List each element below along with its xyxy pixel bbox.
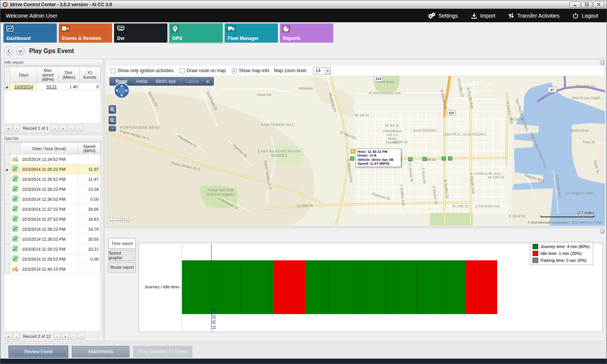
col-dist[interactable]: Dist. (Miles) <box>59 67 79 83</box>
info-pager-first-button[interactable]: « <box>5 125 12 131</box>
back-button[interactable] <box>4 46 13 55</box>
chart-tab-speed-graphic[interactable]: Speed graphic <box>108 250 136 261</box>
map-panel-collapse-button[interactable] <box>600 60 604 65</box>
gps-list-pager: «‹Record 2 of 12›»+× <box>4 333 101 340</box>
gears-icon <box>428 12 435 19</box>
map-style-tab-labels[interactable]: Labels <box>181 78 203 85</box>
info-report-row[interactable]: ▶ 10/3/2014 33.21 1.40 0 <box>5 83 101 91</box>
map-view[interactable]: MiralestePeck ParkW Summerland AveCrest … <box>106 76 605 226</box>
gps-row[interactable]: ▶10/3/2014 11:35:22 PM11.97 <box>5 164 101 174</box>
map-label: Terminal 'Isl... <box>576 84 598 88</box>
gps-point-marker[interactable] <box>351 157 354 160</box>
gps-pager-text: Record 2 of 12 <box>21 334 53 339</box>
gps-row[interactable]: 10/3/2014 11:36:22 PM13.28 <box>5 184 101 194</box>
info-pager-next-button[interactable]: › <box>51 125 58 131</box>
map-controls-expander[interactable]: › <box>109 126 116 131</box>
gps-row[interactable]: 10/3/2014 11:38:22 PM19.70 <box>5 224 101 234</box>
map-zoom-level-select[interactable]: 14▼ <box>313 67 331 74</box>
gps-point-marker[interactable] <box>448 157 452 160</box>
chart-tab-route-report[interactable]: Route report <box>108 262 136 273</box>
nav-tile-gps[interactable]: GPS <box>169 23 223 43</box>
map-zoom-out-button[interactable] <box>109 116 116 124</box>
gps-point-marker[interactable] <box>442 157 445 160</box>
col-datetime[interactable]: Date / hour (local) <box>20 143 78 154</box>
info-pager-last-button[interactable]: » <box>60 125 66 131</box>
gps-pager-delete-button[interactable]: × <box>78 333 85 339</box>
gps-datetime-cell: 10/3/2014 11:38:22 PM <box>20 224 78 234</box>
map-copyright: © 2014 Microsoft Corporation © 2010 NAVT… <box>528 221 602 224</box>
chart-panel-collapse-button[interactable] <box>600 229 604 233</box>
map-label: Los Angeles Harb... <box>565 191 597 195</box>
info-pager-append-button[interactable]: + <box>68 125 74 131</box>
map-zoom-in-button[interactable] <box>109 105 116 114</box>
road-shield-number: 110 <box>448 111 454 115</box>
gps-datetime-cell: 10/3/2014 11:37:52 PM <box>20 214 78 224</box>
minimize-button[interactable] <box>569 2 581 8</box>
gps-datetime-cell: 10/3/2014 11:38:52 PM <box>20 234 78 244</box>
gps-row[interactable]: 10/3/2014 11:37:22 PM29.05 <box>5 204 101 214</box>
max-speed-cell[interactable]: 33.21 <box>37 83 59 91</box>
show-only-ignition-checkbox[interactable]: Show only ignition activities <box>111 68 174 73</box>
days-cell[interactable]: 10/3/2014 <box>10 83 37 91</box>
gps-row[interactable]: 10/3/2014 11:37:52 PM18.63 <box>5 214 101 224</box>
play-down-button[interactable] <box>16 46 25 55</box>
review-event-button[interactable]: Review Event <box>9 346 68 357</box>
col-days[interactable]: Days <box>10 67 37 83</box>
nav-tile-events-reviews[interactable]: Events & Reviews <box>59 23 112 43</box>
map-style-tab-aerial[interactable]: Aerial <box>131 78 152 85</box>
col-x1-events[interactable]: X1 Events <box>79 67 101 83</box>
maximize-button[interactable] <box>581 2 592 8</box>
map-tabs-collapse-button[interactable]: « <box>203 78 212 85</box>
show-map-info-checkbox[interactable]: ✓Show map info <box>232 68 269 73</box>
map-label: Miraleste <box>299 86 313 90</box>
map-label: W 1st St <box>355 113 369 117</box>
map-style-tab-bird-s-eye[interactable]: Bird's eye <box>152 78 180 85</box>
gps-row[interactable]: 10/3/2014 11:39:52 PM0.00 <box>5 254 101 264</box>
gps-row[interactable]: 10/3/2014 11:36:52 PM0.00 <box>5 194 101 204</box>
gps-pager-next-button[interactable]: › <box>54 333 61 339</box>
gps-row[interactable]: 10/3/2014 11:39:22 PM33.21 <box>5 244 101 254</box>
chart-tab-time-report[interactable]: Time report <box>108 238 136 249</box>
gps-row[interactable]: 10/3/2014 11:38:52 PM30.55 <box>5 234 101 244</box>
import-button[interactable]: Import <box>471 13 496 19</box>
transfer-activities-button[interactable]: Transfer Activities <box>508 13 559 19</box>
attachments-button[interactable]: Attachments <box>72 346 129 357</box>
logout-button[interactable]: Logout <box>572 13 598 19</box>
gps-row[interactable]: 10/3/2014 11:35:52 PM11.47 <box>5 174 101 184</box>
map-label: BNSF-Bnsf <box>570 128 589 132</box>
app-icon <box>3 2 8 7</box>
journey-segment <box>306 260 466 314</box>
col-max-speed[interactable]: Max speed (MPH) <box>37 67 59 83</box>
road-shield-number: 213 <box>375 77 381 81</box>
gps-pager-first-button[interactable]: « <box>5 333 12 339</box>
info-pager-delete-button[interactable]: × <box>76 125 83 131</box>
gps-event-icon <box>12 258 18 263</box>
gps-row[interactable]: 10/3/2014 11:34:52 PM <box>5 154 101 164</box>
nav-tile-dashboard[interactable]: Dashboard <box>3 23 57 43</box>
gps-point-marker[interactable] <box>423 157 426 160</box>
gps-datetime-cell: 10/3/2014 11:36:22 PM <box>20 184 78 194</box>
sample-divider <box>358 260 358 314</box>
col-speed[interactable]: Speed (MPH) <box>78 143 101 154</box>
close-button[interactable] <box>593 2 604 8</box>
draw-route-checkbox[interactable]: Draw route on map <box>180 68 226 73</box>
info-pager-prev-button[interactable]: ‹ <box>13 125 20 131</box>
import-label: Import <box>480 13 496 19</box>
compass-icon <box>113 82 130 99</box>
legend-item: Idle time: 1 min (20%) <box>533 251 590 256</box>
gps-row[interactable]: 10/3/2014 11:40:15 PM <box>5 264 101 274</box>
nav-tile-reports[interactable]: Reports <box>280 23 333 43</box>
gps-pager-last-button[interactable]: » <box>62 333 69 339</box>
gps-event-icon <box>12 218 18 223</box>
gps-pager-prev-button[interactable]: ‹ <box>13 333 20 339</box>
sample-divider <box>299 260 299 314</box>
gps-point-marker[interactable] <box>409 157 412 161</box>
nav-tile-fleet-manager[interactable]: Fleet Manager <box>225 23 278 43</box>
settings-button[interactable]: Settings <box>428 12 458 19</box>
selected-gps-point-marker[interactable] <box>351 150 355 153</box>
map-compass[interactable] <box>113 82 130 99</box>
nav-tile-dvr[interactable]: Dvr <box>114 23 167 43</box>
map-label: Crest Rd <box>257 93 271 97</box>
gps-pager-append-button[interactable]: + <box>70 333 77 339</box>
play-selected-x1-event-button[interactable]: Play Selected X1 Event <box>133 346 192 357</box>
